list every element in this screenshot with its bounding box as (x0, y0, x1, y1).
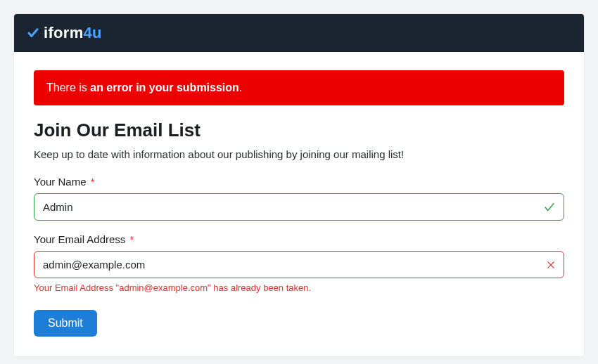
email-label-text: Your Email Address (34, 233, 125, 245)
alert-suffix: . (239, 82, 242, 93)
name-label-text: Your Name (34, 176, 87, 188)
x-icon (546, 260, 556, 270)
page-title: Join Our Email List (34, 119, 564, 141)
header-bar: iform4u (14, 14, 584, 52)
page-subtitle: Keep up to date with information about o… (34, 148, 564, 160)
alert-prefix: There is (46, 82, 90, 93)
email-input-wrap (34, 251, 564, 278)
logo-main: iform (44, 24, 84, 41)
form-content: There is an error in your submission. Jo… (14, 52, 584, 356)
email-input[interactable] (34, 251, 564, 278)
logo-check-icon (27, 27, 39, 39)
required-asterisk: * (130, 233, 134, 245)
brand-logo: iform4u (27, 24, 102, 42)
checkmark-icon (543, 201, 556, 214)
email-label: Your Email Address * (34, 233, 564, 245)
name-label: Your Name * (34, 176, 564, 188)
name-input[interactable] (34, 193, 564, 221)
error-alert: There is an error in your submission. (34, 70, 564, 105)
form-card: iform4u There is an error in your submis… (14, 14, 584, 356)
email-group: Your Email Address * Your Email Address … (34, 233, 564, 293)
required-asterisk: * (91, 176, 95, 188)
name-group: Your Name * (34, 176, 564, 221)
logo-text: iform4u (44, 24, 102, 42)
submit-button[interactable]: Submit (34, 310, 97, 337)
logo-accent: 4u (84, 24, 102, 41)
name-input-wrap (34, 193, 564, 221)
alert-bold: an error in your submission (90, 82, 239, 93)
email-error-message: Your Email Address "admin@example.com" h… (34, 282, 564, 293)
